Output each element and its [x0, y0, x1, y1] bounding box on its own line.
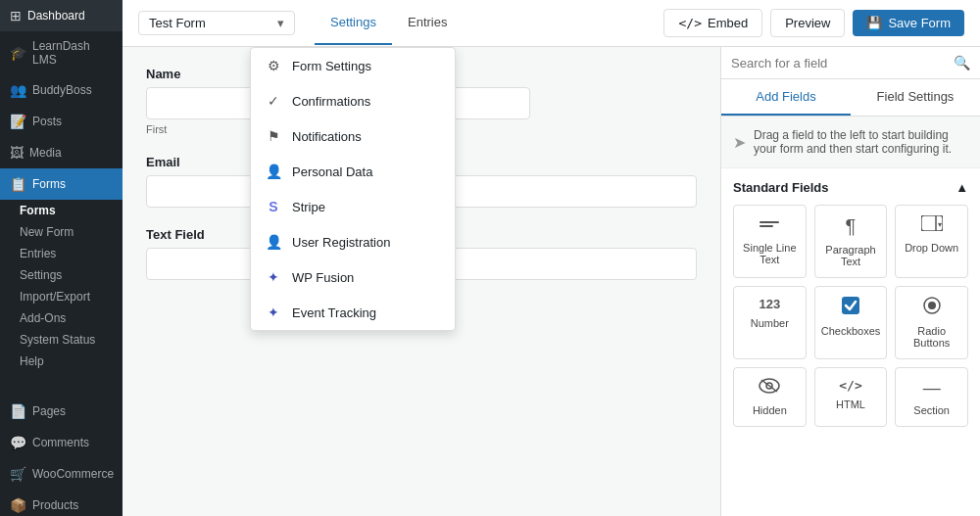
sidebar-item-woocommerce[interactable]: 🛒 WooCommerce — [0, 458, 122, 490]
subnav-entries[interactable]: Entries — [0, 243, 122, 264]
tab-add-fields[interactable]: Add Fields — [721, 79, 851, 116]
html-icon: </> — [839, 378, 861, 393]
settings-dropdown-menu: ⚙ Form Settings ✓ Confirmations ⚑ Notifi… — [250, 47, 456, 331]
tab-field-settings[interactable]: Field Settings — [851, 79, 980, 116]
field-section[interactable]: — Section — [895, 367, 968, 427]
menu-item-notifications[interactable]: ⚑ Notifications — [251, 118, 455, 154]
field-paragraph-text[interactable]: ¶ Paragraph Text — [814, 205, 888, 278]
menu-item-confirmations[interactable]: ✓ Confirmations — [251, 83, 455, 118]
svg-text:▾: ▾ — [938, 220, 942, 229]
buddyboss-icon: 👥 — [10, 82, 26, 98]
menu-item-event-tracking[interactable]: ✦ Event Tracking — [251, 295, 455, 330]
section-icon: — — [923, 378, 941, 399]
woocommerce-icon: 🛒 — [10, 466, 26, 482]
field-checkboxes[interactable]: Checkboxes — [814, 286, 888, 359]
dashboard-icon: ⊞ — [10, 8, 22, 23]
fields-grid: Single Line Text ¶ Paragraph Text ▾ Drop… — [733, 205, 968, 427]
search-icon: 🔍 — [954, 55, 970, 70]
field-single-line-text[interactable]: Single Line Text — [733, 205, 807, 278]
sidebar: ⊞ Dashboard 🎓 LearnDash LMS 👥 BuddyBoss … — [0, 0, 122, 516]
wp-fusion-icon: ✦ — [265, 269, 282, 285]
event-tracking-icon: ✦ — [265, 305, 282, 320]
field-hidden[interactable]: Hidden — [733, 367, 807, 427]
subnav-forms[interactable]: Forms — [0, 200, 122, 221]
preview-button[interactable]: Preview — [770, 9, 845, 37]
save-icon: 💾 — [866, 16, 882, 30]
tab-group: Settings Entries — [315, 1, 463, 45]
number-icon: 123 — [759, 297, 780, 311]
form-selector[interactable]: Test Form ▾ — [138, 11, 295, 35]
content-area: Name First Last Email Text Field — [122, 47, 980, 516]
field-radio-buttons[interactable]: Radio Buttons — [895, 286, 968, 359]
subnav-addons[interactable]: Add-Ons — [0, 307, 122, 329]
subnav-new-form[interactable]: New Form — [0, 221, 122, 243]
embed-button[interactable]: </> Embed — [663, 9, 762, 37]
sidebar-item-comments[interactable]: 💬 Comments — [0, 427, 122, 458]
drag-arrow-icon: ➤ — [733, 133, 746, 152]
section-header: Standard Fields ▲ — [733, 180, 968, 195]
subnav-help[interactable]: Help — [0, 351, 122, 372]
field-html[interactable]: </> HTML — [814, 367, 888, 427]
checkboxes-icon — [842, 297, 859, 319]
svg-rect-0 — [760, 221, 779, 223]
field-drop-down[interactable]: ▾ Drop Down — [895, 205, 968, 278]
form-name: Test Form — [149, 16, 206, 30]
stripe-icon: S — [265, 199, 282, 214]
subnav-settings[interactable]: Settings — [0, 264, 122, 286]
sidebar-item-learndash[interactable]: 🎓 LearnDash LMS — [0, 31, 122, 74]
collapse-icon[interactable]: ▲ — [956, 180, 968, 195]
gear-icon: ⚙ — [265, 58, 282, 73]
radio-icon — [923, 297, 941, 319]
paragraph-icon: ¶ — [846, 215, 857, 238]
forms-icon: 📋 — [10, 176, 26, 192]
dropdown-icon: ▾ — [921, 215, 943, 236]
subnav-importexport[interactable]: Import/Export — [0, 286, 122, 307]
svg-rect-1 — [760, 225, 773, 227]
search-bar: 🔍 — [721, 47, 980, 79]
subnav-system-status[interactable]: System Status — [0, 329, 122, 351]
search-input[interactable] — [731, 56, 948, 70]
posts-icon: 📝 — [10, 114, 26, 129]
user-reg-icon: 👤 — [265, 234, 282, 250]
topbar: Test Form ▾ Settings Entries </> Embed P… — [122, 0, 980, 47]
save-button[interactable]: 💾 Save Form — [853, 10, 964, 36]
drag-hint: ➤ Drag a field to the left to start buil… — [721, 117, 980, 168]
chevron-down-icon: ▾ — [277, 16, 284, 30]
sidebar-item-dashboard[interactable]: ⊞ Dashboard — [0, 0, 122, 31]
menu-item-user-registration[interactable]: 👤 User Registration — [251, 224, 455, 259]
menu-item-personal-data[interactable]: 👤 Personal Data — [251, 154, 455, 189]
tab-settings[interactable]: Settings — [315, 1, 392, 45]
sidebar-item-posts[interactable]: 📝 Posts — [0, 106, 122, 137]
sidebar-item-media[interactable]: 🖼 Media — [0, 137, 122, 168]
svg-point-7 — [928, 302, 936, 309]
svg-rect-5 — [842, 297, 859, 314]
products-icon: 📦 — [10, 497, 26, 513]
check-circle-icon: ✓ — [265, 93, 282, 109]
svg-line-9 — [761, 380, 777, 392]
main-area: Test Form ▾ Settings Entries </> Embed P… — [122, 0, 980, 516]
sidebar-item-products[interactable]: 📦 Products — [0, 490, 122, 516]
single-line-icon — [760, 215, 779, 236]
tab-entries[interactable]: Entries — [392, 1, 463, 45]
sidebar-item-buddyboss[interactable]: 👥 BuddyBoss — [0, 74, 122, 106]
flag-icon: ⚑ — [265, 128, 282, 144]
sidebar-item-forms[interactable]: 📋 Forms — [0, 168, 122, 200]
learndash-icon: 🎓 — [10, 45, 26, 61]
right-panel: 🔍 Add Fields Field Settings ➤ Drag a fie… — [720, 47, 980, 516]
embed-code-icon: </> — [678, 16, 701, 30]
panel-tabs: Add Fields Field Settings — [721, 79, 980, 117]
hidden-icon — [759, 378, 780, 399]
topbar-right: </> Embed Preview 💾 Save Form — [663, 9, 964, 37]
person-icon: 👤 — [265, 164, 282, 179]
media-icon: 🖼 — [10, 145, 24, 161]
sidebar-item-pages[interactable]: 📄 Pages — [0, 396, 122, 427]
menu-item-stripe[interactable]: S Stripe — [251, 189, 455, 224]
menu-item-form-settings[interactable]: ⚙ Form Settings — [251, 48, 455, 83]
menu-item-wp-fusion[interactable]: ✦ WP Fusion — [251, 259, 455, 295]
comments-icon: 💬 — [10, 435, 26, 450]
fields-section: Standard Fields ▲ Single Line Text ¶ Par… — [721, 168, 980, 516]
pages-icon: 📄 — [10, 403, 26, 419]
field-number[interactable]: 123 Number — [733, 286, 807, 359]
